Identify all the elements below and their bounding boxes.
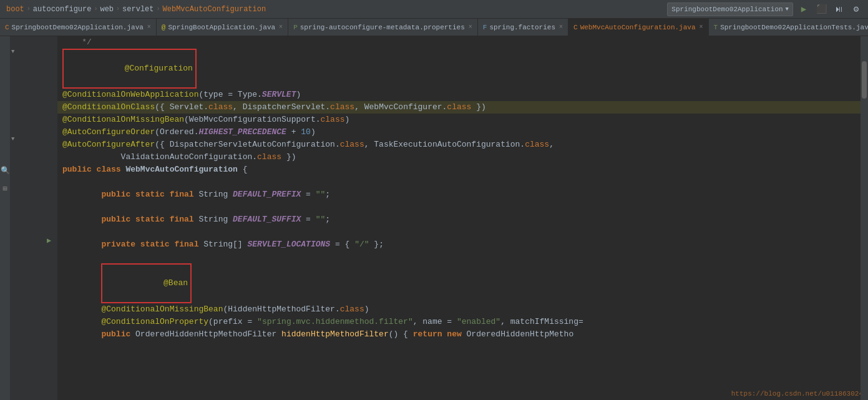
- line-num-11: [20, 161, 42, 173]
- run-all-button[interactable]: ⏯: [832, 2, 846, 16]
- tab-webmvc-auto[interactable]: C WebMvcAutoConfiguration.java ×: [568, 19, 708, 36]
- line-num-17: [20, 236, 42, 248]
- plain-indent1: [62, 188, 101, 201]
- line-num-7: [20, 111, 42, 124]
- tab-springboot-tests[interactable]: T SpringbootDemo02ApplicationTests.java …: [709, 19, 868, 36]
- kw-public2: public: [101, 188, 135, 201]
- plain-after-close: }): [281, 151, 296, 163]
- code-line-10: [57, 176, 861, 188]
- kw-class6: class: [525, 139, 549, 151]
- plain-string-arr-type: String[]: [203, 238, 247, 251]
- highest-precedence: HIGHEST_PRECEDENCE: [198, 126, 286, 139]
- str-empty2: "": [316, 213, 326, 226]
- line-num-14: [20, 198, 42, 211]
- code-line-9: public class WebMvcAutoConfiguration {: [57, 163, 861, 176]
- kw-static2: static: [135, 213, 170, 226]
- kw-final2: final: [170, 213, 199, 226]
- line-numbers: [20, 36, 46, 400]
- plain-semi1: ;: [325, 188, 330, 201]
- plain-paren-close3: ): [311, 126, 316, 139]
- code-line-19: @ConditionalOnProperty(prefix = "spring.…: [57, 316, 861, 328]
- line-num-15: [20, 211, 42, 223]
- line-num-6: [20, 99, 42, 111]
- str-slash: "/": [354, 238, 369, 251]
- tab-icon-factories: F: [483, 24, 487, 31]
- tab-label-annotation: SpringBootApplication.java: [168, 24, 275, 31]
- run-button[interactable]: ▶: [797, 2, 811, 16]
- ann-conditional-webapp: @ConditionalOnWebApplication: [62, 89, 198, 101]
- plain-ordered-filter: OrderedHiddenHttpMethodFilter: [135, 328, 281, 341]
- plain-ordered-http: OrderedHiddenHttpMetho: [467, 328, 574, 341]
- line-num-4: [20, 74, 42, 86]
- code-line-17: @Bean: [57, 263, 861, 303]
- line-num-1: [20, 36, 42, 49]
- tab-spring-factories[interactable]: F spring.factories ×: [478, 19, 568, 36]
- inspect-icon[interactable]: 🔍: [1, 166, 10, 175]
- str-name-val: "enabled": [457, 316, 500, 328]
- ann-autoconfigure-after: @AutoConfigureAfter: [62, 139, 155, 151]
- kw-static3: static: [140, 238, 175, 251]
- line-num-9: [20, 136, 42, 149]
- settings-button[interactable]: ⚙: [849, 2, 863, 16]
- run-config-label: SpringbootDemo02Application: [671, 6, 783, 13]
- kw-final3: final: [174, 238, 203, 251]
- fold-arrow-config[interactable]: ▼: [11, 49, 14, 55]
- code-line-11: public static final String DEFAULT_PREFI…: [57, 188, 861, 201]
- tab-icon-springboot: C: [5, 24, 9, 31]
- fold-icon[interactable]: ⊞: [2, 184, 7, 193]
- kw-new: new: [447, 328, 466, 341]
- toolbar-right: SpringbootDemo02Application ▼ ▶ ⬛ ⏯ ⚙: [667, 2, 863, 16]
- tab-close-factories[interactable]: ×: [559, 24, 563, 31]
- code-line-5: @ConditionalOnMissingBean(WebMvcConfigur…: [57, 114, 861, 126]
- plain-eq3: = {: [330, 238, 354, 251]
- kw-final1: final: [170, 188, 199, 201]
- code-line-14: [57, 226, 861, 238]
- code-content-area[interactable]: */ @Configuration @ConditionalOnWebAppli…: [57, 36, 868, 400]
- plain-paren-close2: ): [345, 114, 350, 126]
- line-num-18: [20, 248, 42, 261]
- tab-close-webmvc[interactable]: ×: [700, 24, 703, 31]
- tab-label-factories: spring.factories: [489, 24, 555, 31]
- scrollbar-thumb[interactable]: [862, 61, 867, 99]
- const-default-suffix: DEFAULT_SUFFIX: [233, 213, 301, 226]
- class-name: WebMvcAutoConfiguration: [125, 163, 237, 176]
- tab-close-springboot[interactable]: ×: [147, 24, 151, 31]
- plain-prop-comma: , name =: [413, 316, 457, 328]
- plain-validation: ValidationAutoConfiguration.: [62, 151, 257, 163]
- watermark: https://blog.csdn.net/u011863024: [731, 390, 863, 398]
- gutter-column: ▶: [46, 36, 57, 400]
- plain-comma2: , WebMvcConfigurer.: [354, 101, 447, 114]
- breadcrumb-item-active: WebMvcAutoConfiguration: [163, 5, 266, 14]
- vertical-scrollbar[interactable]: [861, 36, 868, 400]
- code-line-8: ValidationAutoConfiguration.class }): [57, 151, 861, 163]
- plain-comma3: , TaskExecutionAutoConfiguration.: [364, 139, 525, 151]
- plain-eq2: =: [301, 213, 315, 226]
- const-default-prefix: DEFAULT_PREFIX: [233, 188, 301, 201]
- dropdown-arrow-icon: ▼: [786, 6, 789, 12]
- breadcrumb-item-web: web: [100, 5, 114, 14]
- code-line-18: @ConditionalOnMissingBean(HiddenHttpMeth…: [57, 303, 861, 316]
- plain-paren-close4: ): [364, 303, 369, 316]
- tab-springboot-application[interactable]: @ SpringBootApplication.java ×: [157, 19, 288, 36]
- servlet-type: SERVLET: [262, 89, 296, 101]
- code-comment-close: */: [62, 36, 92, 49]
- ann-conditional-class: @ConditionalOnClass: [62, 101, 155, 114]
- top-bar: boot › autoconfigure › web › servlet › W…: [0, 0, 868, 19]
- tab-close-props[interactable]: ×: [469, 24, 472, 31]
- tab-close-annotation[interactable]: ×: [279, 24, 283, 31]
- debug-button[interactable]: ⬛: [814, 2, 828, 16]
- kw-static1: static: [135, 188, 170, 201]
- fold-column: ▼ ▼: [10, 36, 20, 400]
- gutter-run-indicator: ▶: [47, 236, 51, 245]
- tab-autoconfigure-metadata[interactable]: P spring-autoconfigure-metadata.properti…: [288, 19, 478, 36]
- code-line-15: private static final String[] SERVLET_LO…: [57, 238, 861, 251]
- tab-springboot-demo-app[interactable]: C SpringbootDemo02Application.java ×: [0, 19, 157, 36]
- run-config-dropdown[interactable]: SpringbootDemo02Application ▼: [667, 2, 793, 16]
- tab-label-springboot: SpringbootDemo02Application.java: [12, 24, 144, 31]
- tab-label-tests: SpringbootDemo02ApplicationTests.java: [720, 24, 868, 31]
- code-line-1: */: [57, 36, 861, 49]
- fold-arrow-class[interactable]: ▼: [11, 136, 14, 142]
- code-line-7: @AutoConfigureAfter({ DispatcherServletA…: [57, 139, 861, 151]
- code-line-16: [57, 251, 861, 263]
- kw-class5: class: [340, 139, 364, 151]
